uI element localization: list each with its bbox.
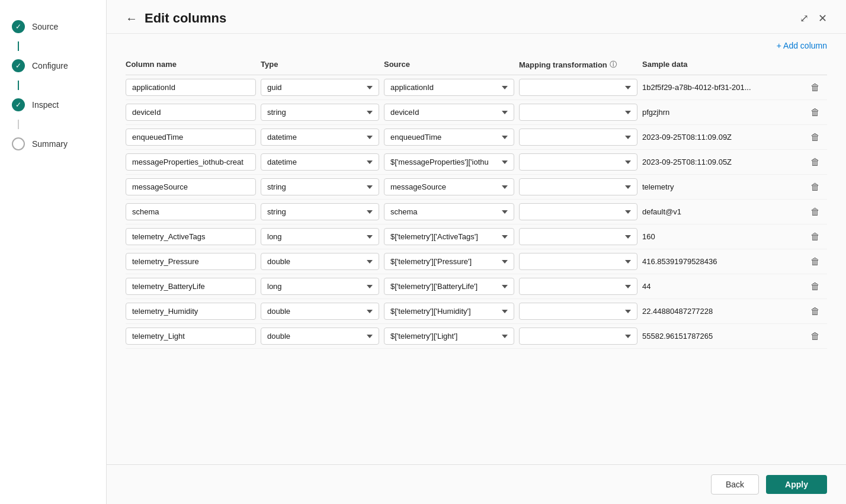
column-name-input[interactable] <box>126 129 256 146</box>
type-select[interactable]: guidstringdatetimelongdoubleintegerboole… <box>261 303 379 320</box>
type-select[interactable]: guidstringdatetimelongdoubleintegerboole… <box>261 278 379 295</box>
back-footer-button[interactable]: Back <box>711 474 759 495</box>
source-select[interactable]: schema <box>384 203 514 220</box>
type-select[interactable]: guidstringdatetimelongdoubleintegerboole… <box>261 228 379 245</box>
delete-icon: 🗑 <box>810 132 820 143</box>
type-select[interactable]: guidstringdatetimelongdoubleintegerboole… <box>261 79 379 96</box>
delete-icon: 🗑 <box>810 157 820 168</box>
step-circle-inspect: ✓ <box>12 98 25 111</box>
source-select[interactable]: $['messageProperties']['iothu <box>384 153 514 171</box>
table-rows: guidstringdatetimelongdoubleintegerboole… <box>126 75 827 349</box>
connector-1 <box>18 41 19 51</box>
sidebar-label-configure: Configure <box>32 61 68 70</box>
sidebar-label-source: Source <box>32 22 58 31</box>
col-header-actions <box>803 60 827 70</box>
sidebar-label-inspect: Inspect <box>32 100 59 110</box>
sample-data-value: 44 <box>642 282 799 291</box>
source-select[interactable]: applicationId <box>384 79 514 96</box>
type-select[interactable]: guidstringdatetimelongdoubleintegerboole… <box>261 203 379 220</box>
column-name-input[interactable] <box>126 104 256 121</box>
column-name-input[interactable] <box>126 303 256 320</box>
mapping-select[interactable]: ToString()ToLong()ToDouble()ToDateTime() <box>519 178 637 195</box>
column-name-input[interactable] <box>126 228 256 245</box>
sample-data-value: telemetry <box>642 182 799 191</box>
step-circle-source: ✓ <box>12 20 25 33</box>
sidebar-item-inspect[interactable]: ✓ Inspect <box>0 90 106 120</box>
mapping-select[interactable]: ToString()ToLong()ToDouble()ToDateTime() <box>519 79 637 96</box>
source-select[interactable]: messageSource <box>384 178 514 195</box>
delete-row-button[interactable]: 🗑 <box>803 329 827 344</box>
table-row: guidstringdatetimelongdoubleintegerboole… <box>126 274 827 299</box>
source-select[interactable]: deviceId <box>384 104 514 121</box>
mapping-select[interactable]: ToString()ToLong()ToDouble()ToDateTime() <box>519 253 637 270</box>
sample-data-value: pfgzjhrn <box>642 108 799 117</box>
mapping-select[interactable]: ToString()ToLong()ToDouble()ToDateTime() <box>519 104 637 121</box>
expand-button[interactable]: ⤢ <box>800 12 809 25</box>
delete-row-button[interactable]: 🗑 <box>803 155 827 170</box>
mapping-select[interactable]: ToString()ToLong()ToDouble()ToDateTime() <box>519 328 637 345</box>
columns-table: Column name Type Source Mapping transfor… <box>107 55 846 464</box>
mapping-select[interactable]: ToString()ToLong()ToDouble()ToDateTime() <box>519 303 637 320</box>
type-select[interactable]: guidstringdatetimelongdoubleintegerboole… <box>261 253 379 270</box>
col-header-type: Type <box>261 60 379 70</box>
delete-row-button[interactable]: 🗑 <box>803 204 827 220</box>
page-header: ← Edit columns ⤢ ✕ <box>107 0 846 34</box>
type-select[interactable]: guidstringdatetimelongdoubleintegerboole… <box>261 129 379 146</box>
back-footer-label: Back <box>726 480 744 489</box>
column-name-input[interactable] <box>126 178 256 195</box>
type-select[interactable]: guidstringdatetimelongdoubleintegerboole… <box>261 178 379 195</box>
source-select[interactable]: $['telemetry']['Pressure'] <box>384 253 514 270</box>
mapping-select[interactable]: ToString()ToLong()ToDouble()ToDateTime() <box>519 278 637 295</box>
source-select[interactable]: $['telemetry']['BatteryLife'] <box>384 278 514 295</box>
type-select[interactable]: guidstringdatetimelongdoubleintegerboole… <box>261 328 379 345</box>
sample-data-value: 2023-09-25T08:11:09.09Z <box>642 133 799 142</box>
table-header-row: Column name Type Source Mapping transfor… <box>126 55 827 75</box>
delete-icon: 🗑 <box>810 107 820 118</box>
sample-data-value: 2023-09-25T08:11:09.05Z <box>642 158 799 166</box>
type-select[interactable]: guidstringdatetimelongdoubleintegerboole… <box>261 104 379 121</box>
source-select[interactable]: $['telemetry']['ActiveTags'] <box>384 228 514 245</box>
delete-icon: 🗑 <box>810 232 820 242</box>
close-icon: ✕ <box>818 12 827 24</box>
back-button[interactable]: ← <box>126 12 137 25</box>
delete-row-button[interactable]: 🗑 <box>803 80 827 95</box>
column-name-input[interactable] <box>126 253 256 270</box>
delete-row-button[interactable]: 🗑 <box>803 304 827 319</box>
add-column-button[interactable]: + Add column <box>777 41 827 50</box>
source-select[interactable]: $['telemetry']['Humidity'] <box>384 303 514 320</box>
source-select[interactable]: enqueuedTime <box>384 129 514 146</box>
col-header-column-name: Column name <box>126 60 256 70</box>
column-name-input[interactable] <box>126 328 256 345</box>
column-name-input[interactable] <box>126 153 256 171</box>
sidebar: ✓ Source ✓ Configure ✓ Inspect Summary <box>0 0 107 504</box>
mapping-select[interactable]: ToString()ToLong()ToDouble()ToDateTime() <box>519 129 637 146</box>
source-select[interactable]: $['telemetry']['Light'] <box>384 328 514 345</box>
close-button[interactable]: ✕ <box>818 12 827 25</box>
sample-data-value: 160 <box>642 232 799 241</box>
delete-icon: 🗑 <box>810 256 820 267</box>
column-name-input[interactable] <box>126 203 256 220</box>
sample-data-value: 1b2f5f29-a78b-4012-bf31-201... <box>642 83 799 92</box>
col-header-mapping: Mapping transformation ⓘ <box>519 60 637 70</box>
mapping-select[interactable]: ToString()ToLong()ToDouble()ToDateTime() <box>519 228 637 245</box>
delete-row-button[interactable]: 🗑 <box>803 130 827 145</box>
page-footer: Back Apply <box>107 464 846 504</box>
col-header-sample-data: Sample data <box>642 60 799 70</box>
mapping-select[interactable]: ToString()ToLong()ToDouble()ToDateTime() <box>519 153 637 171</box>
delete-row-button[interactable]: 🗑 <box>803 105 827 120</box>
sidebar-item-configure[interactable]: ✓ Configure <box>0 51 106 81</box>
type-select[interactable]: guidstringdatetimelongdoubleintegerboole… <box>261 153 379 171</box>
apply-button[interactable]: Apply <box>766 475 827 494</box>
delete-row-button[interactable]: 🗑 <box>803 179 827 195</box>
delete-row-button[interactable]: 🗑 <box>803 279 827 294</box>
column-name-input[interactable] <box>126 278 256 295</box>
sidebar-item-source[interactable]: ✓ Source <box>0 12 106 41</box>
sidebar-item-summary[interactable]: Summary <box>0 129 106 159</box>
delete-row-button[interactable]: 🗑 <box>803 229 827 245</box>
table-row: guidstringdatetimelongdoubleintegerboole… <box>126 200 827 224</box>
mapping-info-icon[interactable]: ⓘ <box>610 60 617 70</box>
sidebar-label-summary: Summary <box>32 139 68 149</box>
column-name-input[interactable] <box>126 79 256 96</box>
mapping-select[interactable]: ToString()ToLong()ToDouble()ToDateTime() <box>519 203 637 220</box>
delete-row-button[interactable]: 🗑 <box>803 254 827 269</box>
